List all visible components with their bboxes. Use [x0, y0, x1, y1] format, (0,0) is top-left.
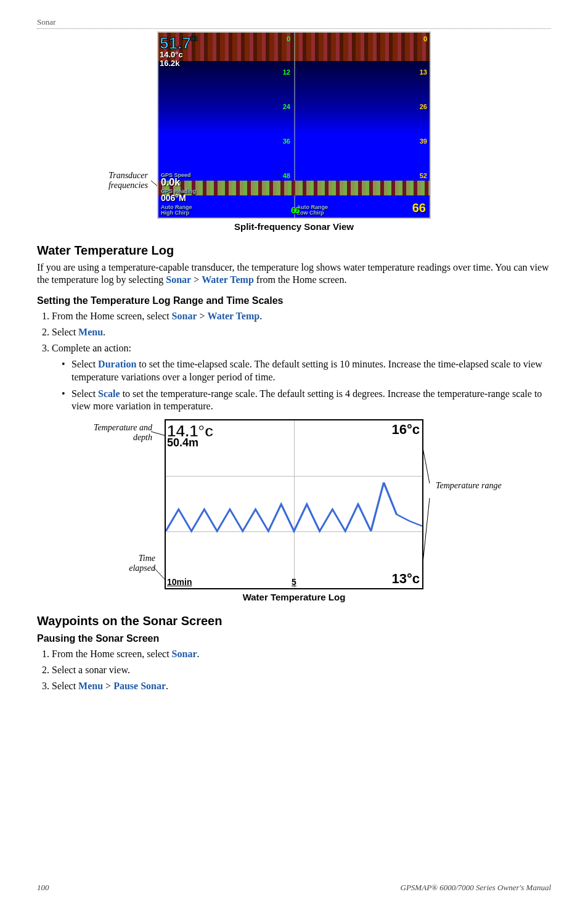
- pause-step-2: Select a sonar view.: [52, 663, 551, 678]
- auto-range-left-2: High Chirp: [161, 210, 189, 216]
- gps-speed-value: 0.0k: [161, 177, 180, 188]
- left-tick: 0: [287, 35, 290, 43]
- sonar-temp-readout: 14.0°c: [160, 50, 183, 59]
- left-tick: 36: [283, 137, 290, 145]
- subheading-temp-log-range: Setting the Temperature Log Range and Ti…: [37, 295, 551, 306]
- callout-transducer-frequencies: Transducer frequencies: [80, 171, 148, 190]
- gps-heading-value: 006°M: [161, 193, 186, 203]
- section-waypoints-on-sonar: Waypoints on the Sonar Screen: [37, 614, 551, 628]
- time-axis-mid: 5: [292, 577, 296, 587]
- right-tick: 0: [423, 35, 427, 43]
- sonar-speed-readout: 16.2k: [160, 59, 180, 68]
- menu-sonar: Sonar: [166, 274, 191, 285]
- right-tick: 52: [420, 172, 427, 179]
- time-axis-start: 10min: [167, 577, 192, 587]
- water-temperature-log-chart: 14.1°c 50.4m 16°c 13°c 10min 5: [165, 419, 423, 589]
- subheading-pausing-sonar: Pausing the Sonar Screen: [37, 633, 551, 644]
- right-panel-depth: 66: [412, 201, 426, 215]
- temp-range-bottom: 13°c: [391, 571, 420, 587]
- figure1-caption: Split-frequency Sonar View: [157, 221, 431, 232]
- menu-water-temp: Water Temp: [202, 274, 254, 285]
- left-tick: 48: [283, 172, 290, 179]
- step-2: Select Menu.: [52, 325, 551, 340]
- auto-range-right-2: Low Chirp: [296, 210, 324, 216]
- temp-range-top: 16°c: [391, 422, 420, 438]
- left-panel-depth: 66: [291, 205, 299, 215]
- left-tick: 12: [283, 68, 290, 76]
- running-header: Sonar: [37, 17, 551, 29]
- section-water-temperature-log: Water Temperature Log: [37, 244, 551, 258]
- left-tick: 24: [283, 103, 290, 110]
- pause-step-1: From the Home screen, select Sonar.: [52, 647, 551, 661]
- callout-time-elapsed: Time elapsed: [112, 554, 155, 573]
- current-depth: 50.4m: [167, 436, 198, 449]
- split-frequency-sonar-view-image: 0 13 26 39 52 0 12 24 36 48 51.7m 14.0°c…: [157, 31, 431, 219]
- footer-book-title: GPSMAP® 6000/7000 Series Owner's Manual: [401, 883, 551, 893]
- right-tick: 39: [420, 137, 427, 145]
- step-3: Complete an action: Select Duration to s…: [52, 341, 551, 413]
- right-tick: 13: [420, 68, 427, 76]
- section1-body: If you are using a temperature-capable t…: [37, 261, 551, 287]
- footer-page-number: 100: [37, 883, 49, 893]
- pause-step-3: Select Menu > Pause Sonar.: [52, 679, 551, 694]
- bullet-scale: Select Scale to set the temperature-rang…: [62, 388, 551, 414]
- bullet-duration: Select Duration to set the time-elapsed …: [62, 358, 551, 384]
- callout-temperature-and-depth: Temperature and depth: [84, 423, 152, 443]
- right-tick: 26: [420, 103, 427, 110]
- step-1: From the Home screen, select Sonar > Wat…: [52, 309, 551, 324]
- figure2-caption: Water Temperature Log: [165, 592, 423, 602]
